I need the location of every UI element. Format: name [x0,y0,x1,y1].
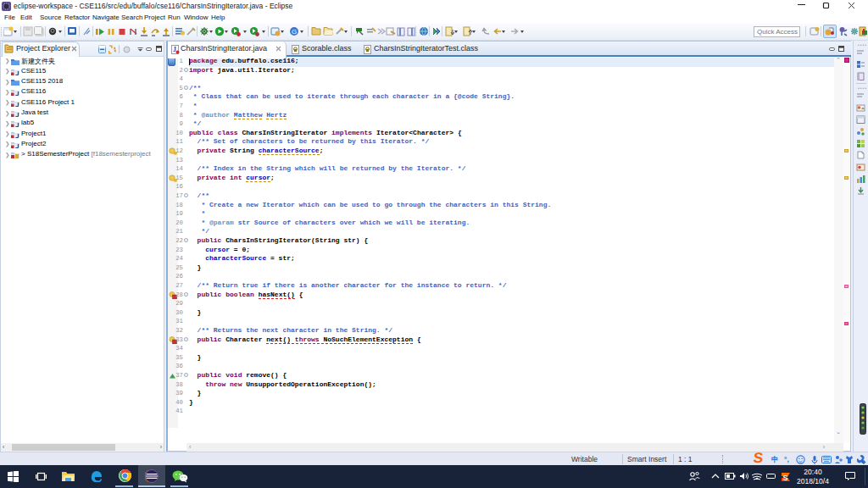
svg-text:J: J [173,46,176,53]
svg-text:S: S [783,474,788,482]
svg-text:G: G [292,28,297,36]
svg-text:S: S [753,450,764,466]
